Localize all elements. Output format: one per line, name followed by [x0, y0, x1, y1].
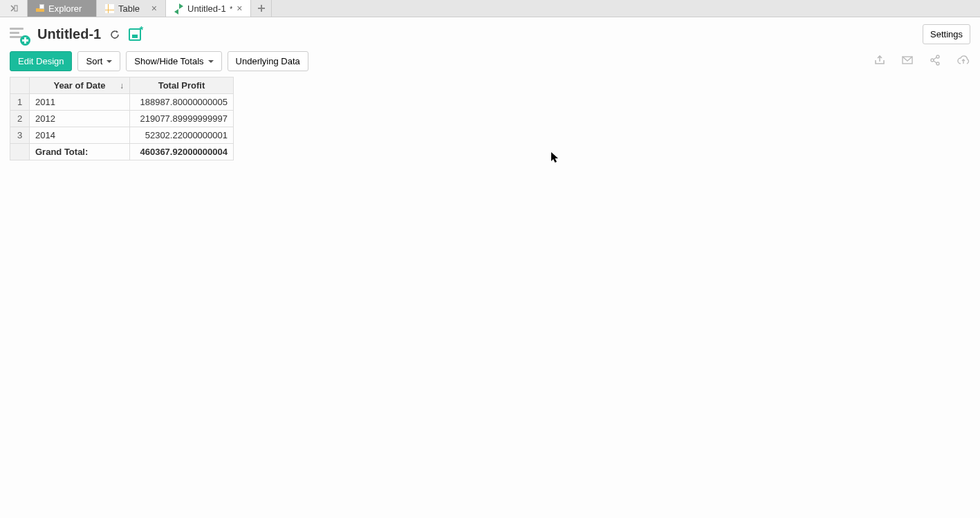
column-header-year[interactable]: Year of Date ↓ [30, 77, 130, 94]
underlying-data-button[interactable]: Underlying Data [228, 51, 308, 71]
email-icon [901, 54, 914, 66]
cloud-upload-icon [956, 54, 970, 66]
table-row[interactable]: 12011188987.80000000005 [10, 94, 234, 111]
dirty-indicator: * [230, 6, 232, 13]
year-cell: 2012 [30, 111, 130, 127]
edit-design-button[interactable]: Edit Design [10, 51, 72, 71]
explorer-icon [36, 4, 44, 12]
new-tab-button[interactable] [251, 0, 272, 17]
toolbar-share-icons [873, 54, 970, 68]
tab-collapse-button[interactable] [0, 0, 28, 17]
svg-rect-0 [15, 6, 17, 11]
collapse-icon [10, 4, 18, 12]
show-hide-totals-label: Show/Hide Totals [134, 56, 203, 66]
share-icon [929, 54, 941, 66]
row-number-cell: 3 [10, 127, 30, 144]
tab-table-label: Table [118, 3, 147, 14]
share-button[interactable] [929, 54, 941, 68]
tab-explorer-label: Explorer [48, 3, 88, 14]
export-button[interactable] [873, 54, 886, 68]
grand-total-label: Grand Total: [30, 144, 130, 160]
tab-strip: Explorer Table × Untitled-1 * × [0, 0, 980, 17]
close-icon[interactable]: × [237, 3, 242, 13]
caret-down-icon [107, 60, 112, 63]
row-number-header[interactable] [10, 77, 30, 94]
svg-point-3 [936, 55, 939, 58]
toolbar: Edit Design Sort Show/Hide Totals Underl… [0, 48, 980, 77]
title-bar: Untitled-1 Settings [0, 17, 980, 48]
sort-descending-icon: ↓ [120, 81, 124, 91]
save-as-button[interactable] [129, 28, 141, 41]
tab-pivot[interactable]: Untitled-1 * × [166, 0, 251, 17]
data-table: Year of Date ↓ Total Profit 12011188987.… [10, 77, 234, 160]
email-button[interactable] [901, 54, 914, 68]
grand-total-rownum [10, 144, 30, 160]
year-cell: 2014 [30, 127, 130, 144]
profit-cell: 219077.89999999997 [130, 111, 234, 127]
settings-button[interactable]: Settings [923, 24, 970, 44]
tab-pivot-label: Untitled-1 * [187, 3, 232, 14]
tab-table[interactable]: Table × [97, 0, 166, 17]
tab-explorer[interactable]: Explorer [28, 0, 97, 17]
column-header-profit[interactable]: Total Profit [130, 77, 234, 94]
tab-pivot-name: Untitled-1 [187, 3, 226, 14]
sort-label: Sort [86, 56, 102, 66]
grand-total-row: Grand Total: 460367.92000000004 [10, 144, 234, 160]
table-row[interactable]: 22012219077.89999999997 [10, 111, 234, 127]
svg-point-2 [931, 59, 934, 62]
column-header-year-label: Year of Date [53, 80, 105, 91]
table-icon [105, 4, 114, 13]
svg-point-4 [936, 62, 939, 65]
add-menu-button[interactable] [10, 25, 29, 44]
show-hide-totals-dropdown[interactable]: Show/Hide Totals [126, 51, 221, 71]
row-number-cell: 2 [10, 111, 30, 127]
row-number-cell: 1 [10, 94, 30, 111]
year-cell: 2011 [30, 94, 130, 111]
caret-down-icon [208, 60, 214, 63]
plus-badge-icon [20, 35, 30, 46]
refresh-icon [109, 29, 120, 40]
refresh-button[interactable] [109, 29, 120, 40]
sort-dropdown[interactable]: Sort [77, 51, 120, 71]
profit-cell: 188987.80000000005 [130, 94, 234, 111]
export-icon [873, 54, 886, 66]
plus-icon [257, 4, 266, 12]
profit-cell: 52302.22000000001 [130, 127, 234, 144]
data-table-container: Year of Date ↓ Total Profit 12011188987.… [0, 77, 980, 160]
document-title: Untitled-1 [37, 26, 101, 42]
grand-total-value: 460367.92000000004 [130, 144, 234, 160]
table-row[interactable]: 3201452302.22000000001 [10, 127, 234, 144]
cloud-upload-button[interactable] [956, 54, 970, 68]
pivot-icon [174, 4, 183, 13]
close-icon[interactable]: × [151, 3, 157, 13]
